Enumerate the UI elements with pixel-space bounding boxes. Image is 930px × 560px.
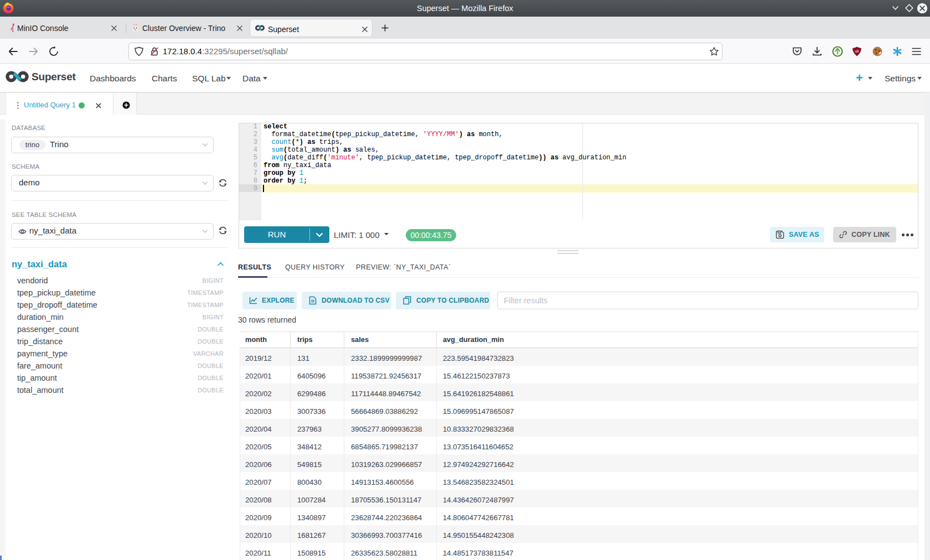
svg-text:u0: u0 <box>855 49 859 53</box>
